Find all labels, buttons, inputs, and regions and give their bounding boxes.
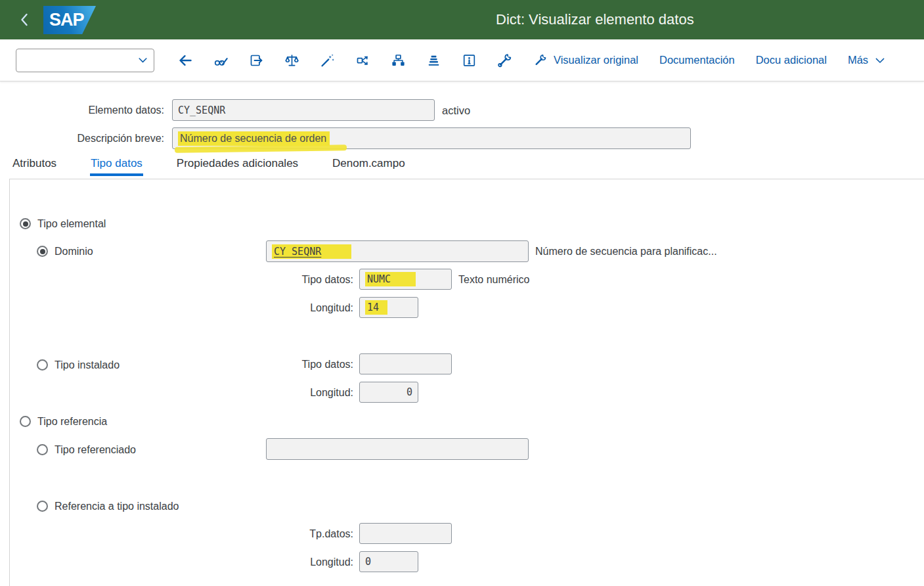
radio-tipo-instalado[interactable] bbox=[37, 359, 48, 371]
builtin-length-value: 0 bbox=[407, 386, 412, 398]
documentacion-button[interactable]: Documentación bbox=[659, 54, 735, 66]
ref-builtin-length-label: Longitud: bbox=[197, 556, 353, 568]
radio-tipo-elemental[interactable] bbox=[20, 218, 31, 229]
docu-adicional-label: Docu adicional bbox=[756, 54, 827, 66]
data-element-value: CY_SEQNR bbox=[178, 104, 225, 116]
dominio-value-link[interactable]: CY_SEQNR bbox=[272, 244, 351, 259]
ref-builtin-length-field[interactable]: 0 bbox=[359, 551, 418, 572]
short-description-value: Número de secuencia de orden bbox=[178, 131, 330, 146]
visualizar-original-button[interactable]: Visualizar original bbox=[533, 53, 638, 68]
docu-adicional-button[interactable]: Docu adicional bbox=[756, 54, 827, 66]
toolbar: Visualizar original Documentación Docu a… bbox=[0, 39, 924, 81]
ref-builtin-length-value: 0 bbox=[365, 556, 371, 568]
radio-tipo-instalado-label: Tipo instalado bbox=[55, 359, 120, 371]
data-type-field[interactable]: NUMC bbox=[359, 269, 452, 290]
back-chevron-icon[interactable] bbox=[16, 11, 33, 29]
shell-header: SAP Dict: Visualizar elemento datos bbox=[0, 0, 924, 39]
page-title: Dict: Visualizar elemento datos bbox=[496, 0, 694, 39]
length-value: 14 bbox=[365, 300, 387, 315]
dominio-description: Número de secuencia para planificac... bbox=[535, 246, 717, 258]
ref-builtin-data-type-field[interactable] bbox=[359, 523, 452, 544]
sap-logo: SAP bbox=[43, 6, 96, 34]
radio-tipo-referencia[interactable] bbox=[20, 416, 31, 427]
hierarchy-icon[interactable] bbox=[389, 51, 407, 70]
chevron-down-icon[interactable] bbox=[137, 55, 148, 66]
radio-tipo-referencia-label: Tipo referencia bbox=[37, 416, 107, 428]
stacked-bars-icon[interactable] bbox=[425, 51, 442, 70]
data-element-field[interactable]: CY_SEQNR bbox=[172, 99, 435, 121]
length-field[interactable]: 14 bbox=[359, 297, 418, 318]
display-change-icon[interactable] bbox=[212, 51, 229, 70]
tab-atributos[interactable]: Atributos bbox=[12, 157, 57, 176]
magic-wand-icon[interactable] bbox=[319, 51, 336, 70]
short-description-label: Descripción breve: bbox=[0, 133, 164, 145]
radio-tipo-elemental-label: Tipo elemental bbox=[37, 218, 106, 230]
visualizar-original-label: Visualizar original bbox=[554, 54, 638, 66]
length-label: Longitud: bbox=[197, 302, 353, 314]
radio-referencia-a-tipo-instalado[interactable] bbox=[37, 501, 48, 512]
command-input[interactable] bbox=[20, 51, 128, 70]
back-icon[interactable] bbox=[177, 51, 194, 70]
tab-content-panel bbox=[9, 179, 924, 586]
documentacion-label: Documentación bbox=[659, 54, 735, 66]
info-icon[interactable] bbox=[460, 51, 477, 70]
command-field[interactable] bbox=[16, 49, 154, 72]
tools-icon[interactable] bbox=[496, 51, 513, 70]
builtin-length-field[interactable]: 0 bbox=[359, 382, 418, 403]
data-type-value: NUMC bbox=[365, 272, 416, 286]
sap-display-data-element-screen: SAP Dict: Visualizar elemento datos bbox=[0, 0, 924, 586]
data-type-label: Tipo datos: bbox=[197, 274, 353, 286]
radio-tipo-referenciado-label: Tipo referenciado bbox=[55, 444, 136, 456]
data-type-description: Texto numérico bbox=[458, 274, 530, 286]
mas-button[interactable]: Más bbox=[848, 54, 886, 66]
tab-denom-campo[interactable]: Denom.campo bbox=[332, 157, 406, 176]
ref-builtin-data-type-label: Tp.datos: bbox=[197, 528, 353, 540]
mas-label: Más bbox=[848, 54, 868, 66]
radio-dominio-label: Dominio bbox=[55, 246, 93, 258]
dominio-field[interactable]: CY_SEQNR bbox=[266, 240, 529, 262]
radio-tipo-referenciado[interactable] bbox=[37, 444, 48, 455]
chevron-down-icon bbox=[874, 55, 886, 66]
builtin-length-label: Longitud: bbox=[197, 387, 353, 399]
radio-dominio[interactable] bbox=[37, 246, 48, 257]
copy-icon[interactable] bbox=[248, 51, 265, 70]
tab-tipo-datos[interactable]: Tipo datos bbox=[90, 157, 143, 176]
builtin-data-type-field[interactable] bbox=[359, 353, 452, 374]
status-text: activo bbox=[442, 104, 470, 117]
data-element-label: Elemento datos: bbox=[0, 104, 164, 116]
radio-referencia-a-tipo-instalado-label: Referencia a tipo instalado bbox=[55, 501, 179, 512]
sap-logo-text: SAP bbox=[49, 10, 84, 30]
tab-strip: Atributos Tipo datos Propiedades adicion… bbox=[12, 157, 406, 176]
referenced-type-field[interactable] bbox=[266, 438, 529, 460]
tab-propiedades-adicionales[interactable]: Propiedades adicionales bbox=[176, 157, 299, 176]
where-used-icon[interactable] bbox=[354, 51, 371, 70]
builtin-data-type-label: Tipo datos: bbox=[197, 359, 353, 371]
balance-icon[interactable] bbox=[283, 51, 300, 70]
